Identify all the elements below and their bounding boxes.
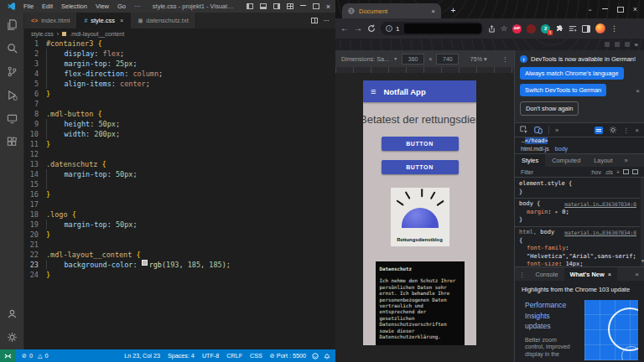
- tab-close-icon[interactable]: ×: [120, 17, 123, 24]
- run-debug-icon[interactable]: [7, 90, 18, 101]
- extensions-icon[interactable]: [7, 137, 18, 147]
- bookmark-favicon[interactable]: [625, 42, 630, 47]
- notifications-bell-icon[interactable]: [324, 353, 330, 359]
- devtools-close-icon[interactable]: ×: [636, 127, 639, 134]
- tab-close-icon[interactable]: ×: [432, 8, 435, 15]
- problems-indicator[interactable]: ⊘0 △0: [22, 352, 49, 359]
- menu-[interactable]: ···: [130, 3, 145, 10]
- styles-pane[interactable]: element.style {}body {material.in…836307…: [515, 178, 644, 266]
- profile-avatar[interactable]: [595, 23, 605, 34]
- customize-layout-icon[interactable]: [287, 3, 293, 9]
- toggle-class-button[interactable]: .cls: [605, 169, 613, 175]
- tab-whats-new[interactable]: What's New ×: [564, 267, 618, 281]
- tab-layout[interactable]: Layout: [587, 154, 619, 167]
- site-info-icon[interactable]: i: [386, 25, 392, 32]
- toggle-secondary-sidebar-icon[interactable]: [273, 3, 280, 9]
- tab-style-css[interactable]: # style.css ×: [77, 13, 131, 28]
- adblock-extension-icon[interactable]: ABP: [512, 24, 522, 34]
- menu-selection[interactable]: Selection: [57, 3, 91, 10]
- bookmark-favicon[interactable]: [615, 42, 620, 47]
- viewport-height-input[interactable]: 740: [436, 54, 459, 65]
- stylesheet-link[interactable]: material.in…836307834:8: [564, 229, 636, 237]
- feedback-icon[interactable]: [312, 353, 319, 359]
- remote-explorer-icon[interactable]: [7, 113, 18, 124]
- device-toolbar-icon[interactable]: [534, 126, 543, 134]
- settings-gear-icon[interactable]: [609, 126, 617, 134]
- toggle-panel-icon[interactable]: [260, 3, 267, 9]
- reading-list-icon[interactable]: [569, 25, 577, 33]
- close-icon[interactable]: ×: [326, 3, 330, 11]
- code-editor[interactable]: 1#container3 {2 display: flex;3 margin-t…: [24, 39, 335, 349]
- status-item[interactable]: Spaces: 4: [168, 352, 195, 359]
- tab-index-html[interactable]: <> index.html: [24, 13, 77, 28]
- bookmark-star-icon[interactable]: ☆: [501, 24, 507, 33]
- more-panels-icon[interactable]: »: [619, 154, 632, 167]
- minimize-icon[interactable]: [602, 8, 608, 9]
- account-icon[interactable]: [7, 308, 18, 319]
- bookmarks-overflow-icon[interactable]: »: [635, 41, 638, 49]
- breadcrumb-symbol[interactable]: .mdl-layout__content: [70, 31, 124, 37]
- extension-icon[interactable]: [527, 24, 536, 34]
- bookmark-favicon[interactable]: [605, 42, 610, 47]
- card-title-link[interactable]: Performance Insights updates: [525, 300, 577, 332]
- source-control-icon[interactable]: [7, 66, 18, 77]
- settings-gear-icon[interactable]: [7, 332, 18, 343]
- menu-file[interactable]: File: [19, 3, 38, 10]
- extensions-puzzle-icon[interactable]: [555, 24, 564, 33]
- address-bar[interactable]: i 1: [381, 22, 483, 35]
- tab-close-icon[interactable]: ×: [608, 271, 611, 278]
- side-panel-icon[interactable]: [582, 25, 590, 33]
- maximize-icon[interactable]: [313, 3, 319, 9]
- status-item[interactable]: ⊘ Port : 5500: [270, 352, 306, 359]
- minimize-icon[interactable]: [300, 5, 306, 6]
- browser-tab-document[interactable]: Document ×: [342, 3, 441, 18]
- app-button-2[interactable]: BUTTON: [382, 160, 459, 174]
- extension-icon[interactable]: 21: [541, 24, 550, 34]
- tab-computed[interactable]: Computed: [545, 154, 587, 167]
- match-language-button[interactable]: Always match Chrome's language: [520, 67, 624, 80]
- breadcrumb-file[interactable]: style.css: [31, 31, 54, 37]
- stylesheet-link[interactable]: material.in…836307834:8: [564, 200, 636, 209]
- drawer-close-icon[interactable]: ×: [630, 267, 644, 281]
- css-rule[interactable]: element.style {}: [515, 178, 640, 199]
- zoom-dropdown[interactable]: 75% ▾: [470, 55, 486, 63]
- app-button-1[interactable]: BUTTON: [382, 137, 459, 151]
- feedback-icon[interactable]: [595, 127, 603, 134]
- explorer-icon[interactable]: [7, 19, 18, 30]
- split-editor-icon[interactable]: [311, 18, 318, 23]
- switch-german-button[interactable]: Switch DevTools to German: [520, 84, 606, 96]
- chevron-down-icon[interactable]: ⌄: [588, 6, 593, 13]
- reload-icon[interactable]: [367, 24, 376, 33]
- new-tab-button[interactable]: +: [448, 5, 459, 16]
- color-swatch[interactable]: [142, 260, 148, 266]
- filter-input[interactable]: Filter: [521, 169, 533, 175]
- forward-icon[interactable]: →: [354, 24, 362, 33]
- drawer-menu-icon[interactable]: ⋮: [515, 267, 529, 281]
- menu-view[interactable]: View: [91, 3, 113, 10]
- dimensions-dropdown[interactable]: Dimensions: Sa...: [341, 55, 389, 63]
- hamburger-menu-icon[interactable]: ≡: [371, 87, 376, 96]
- toggle-hover-button[interactable]: :hov: [590, 169, 601, 175]
- maximize-icon[interactable]: [617, 7, 624, 13]
- computed-sidebar-icon[interactable]: [632, 169, 638, 174]
- css-rule[interactable]: html, bodymaterial.in…836307834:8{font-f…: [515, 227, 640, 266]
- status-item[interactable]: CRLF: [226, 352, 242, 359]
- status-item[interactable]: UTF-8: [202, 352, 219, 359]
- remote-indicator[interactable]: [0, 349, 16, 362]
- viewport-width-input[interactable]: 360: [402, 54, 424, 65]
- status-item[interactable]: Ln 23, Col 23: [124, 352, 160, 359]
- search-icon[interactable]: [7, 43, 18, 54]
- menu-edit[interactable]: Edit: [38, 3, 57, 10]
- back-icon[interactable]: ←: [340, 24, 349, 33]
- new-rule-icon[interactable]: +: [616, 169, 620, 175]
- dont-show-again-button[interactable]: Don't show again: [520, 101, 579, 116]
- tab-console[interactable]: Console: [529, 267, 564, 281]
- browser-menu-icon[interactable]: ⋮: [610, 24, 618, 33]
- editor-more-actions-icon[interactable]: ⋯: [324, 17, 330, 24]
- breadcrumb-body[interactable]: body: [555, 146, 568, 152]
- inspect-element-icon[interactable]: [520, 126, 528, 134]
- devtools-menu-icon[interactable]: ⋮: [623, 127, 630, 134]
- grid-editor-icon[interactable]: [623, 169, 629, 174]
- menu-go[interactable]: Go: [113, 3, 130, 10]
- infobar-close-icon[interactable]: ×: [636, 87, 640, 95]
